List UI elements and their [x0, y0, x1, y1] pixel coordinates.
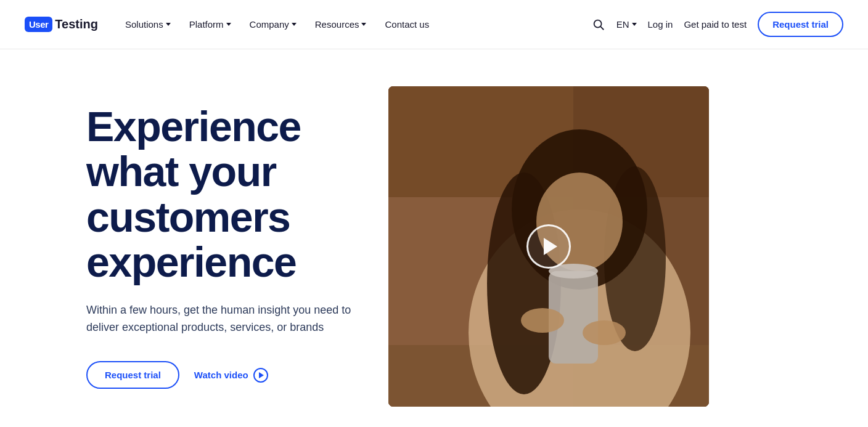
- login-link[interactable]: Log in: [648, 19, 673, 30]
- chevron-down-icon: [166, 23, 171, 26]
- hero-text: Experience what your customers experienc…: [86, 104, 351, 389]
- search-button[interactable]: [592, 18, 605, 31]
- hero-heading: Experience what your customers experienc…: [86, 104, 351, 285]
- hero-actions: Request trial Watch video: [86, 361, 351, 389]
- nav-contact[interactable]: Contact us: [377, 14, 436, 35]
- svg-line-1: [600, 26, 604, 30]
- nav-platform[interactable]: Platform: [182, 14, 239, 35]
- play-button-icon: [544, 238, 557, 255]
- hero-section: Experience what your customers experienc…: [0, 49, 868, 427]
- logo-testing-text: Testing: [55, 17, 98, 31]
- chevron-down-icon: [632, 23, 637, 26]
- hero-request-trial-button[interactable]: Request trial: [86, 361, 179, 389]
- search-icon: [592, 18, 605, 31]
- nav-resources[interactable]: Resources: [308, 14, 374, 35]
- svg-point-0: [594, 20, 601, 27]
- language-selector[interactable]: EN: [616, 19, 637, 30]
- get-paid-link[interactable]: Get paid to test: [684, 19, 747, 30]
- main-nav: User Testing Solutions Platform Company …: [0, 0, 868, 49]
- nav-company[interactable]: Company: [242, 14, 304, 35]
- chevron-down-icon: [292, 23, 297, 26]
- nav-links: Solutions Platform Company Resources Con…: [118, 14, 592, 35]
- play-triangle-icon: [259, 372, 264, 378]
- language-label: EN: [616, 19, 629, 30]
- hero-video[interactable]: [388, 86, 709, 407]
- video-play-button[interactable]: [526, 224, 571, 269]
- nav-right: EN Log in Get paid to test Request trial: [592, 12, 843, 37]
- logo[interactable]: User Testing: [25, 17, 98, 32]
- hero-subtext: Within a few hours, get the human insigh…: [86, 302, 351, 336]
- chevron-down-icon: [361, 23, 366, 26]
- chevron-down-icon: [226, 23, 231, 26]
- nav-solutions[interactable]: Solutions: [118, 14, 178, 35]
- logo-user-box: User: [25, 17, 52, 32]
- play-circle-icon: [253, 368, 268, 383]
- nav-request-trial-button[interactable]: Request trial: [758, 12, 843, 37]
- watch-video-link[interactable]: Watch video: [194, 368, 268, 383]
